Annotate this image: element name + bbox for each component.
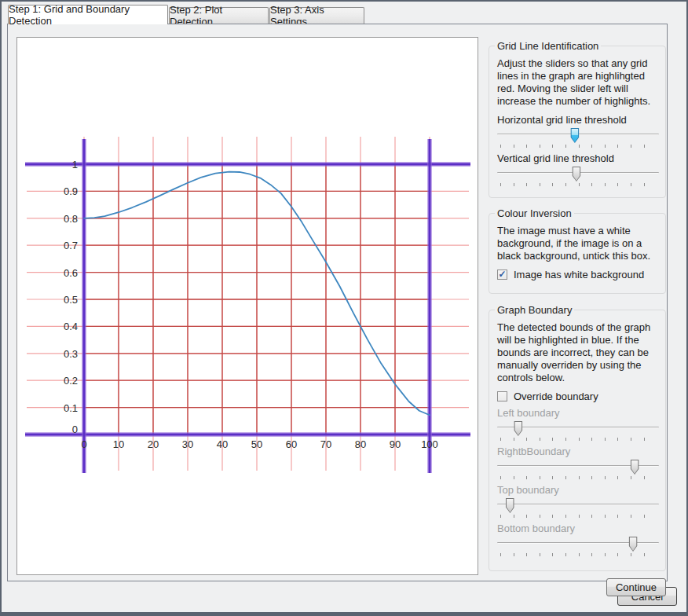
svg-text:0.8: 0.8 xyxy=(64,213,78,225)
svg-text:100: 100 xyxy=(421,438,438,450)
groupbox-colour-inversion: Colour Inversion The image must have a w… xyxy=(489,213,666,294)
svg-text:40: 40 xyxy=(217,438,228,450)
groupbox-grid-line-identification: Grid Line Identification Adjust the slid… xyxy=(489,46,666,198)
slider-ticks xyxy=(500,438,657,441)
svg-text:30: 30 xyxy=(182,438,193,450)
colour-inversion-description: The image must have a white background, … xyxy=(497,225,658,262)
slider-thumb[interactable] xyxy=(572,167,580,182)
slider-thumb[interactable] xyxy=(629,537,638,552)
right-boundary-label: RightbBoundary xyxy=(497,446,657,457)
tab-page-step1: 00.10.20.30.40.50.60.70.80.9101020304050… xyxy=(7,24,668,581)
white-background-checkbox[interactable]: ✓ xyxy=(497,270,507,280)
top-boundary-label: Top boundary xyxy=(497,484,657,496)
slider-thumb[interactable] xyxy=(631,460,639,475)
continue-button[interactable]: Continue xyxy=(606,578,666,596)
svg-text:0.6: 0.6 xyxy=(64,267,78,279)
svg-text:0: 0 xyxy=(72,424,78,435)
groupbox-title: Grid Line Identification xyxy=(495,40,601,52)
svg-text:50: 50 xyxy=(251,438,262,450)
checkbox-label: Image has white background xyxy=(514,269,644,280)
svg-text:0.3: 0.3 xyxy=(64,348,78,360)
graph-boundary-description: The detected bounds of the graph will be… xyxy=(497,321,658,384)
svg-text:0.1: 0.1 xyxy=(64,402,78,414)
svg-text:0.4: 0.4 xyxy=(64,321,78,332)
tab-step1-grid-boundary[interactable]: Step 1: Grid and Boundary Detection xyxy=(8,5,168,24)
horizontal-threshold-label: Horizontal grid line threshold xyxy=(497,114,657,126)
bottom-boundary-label: Bottom boundary xyxy=(497,522,657,534)
override-boundary-checkbox-row[interactable]: Override boundary xyxy=(497,390,657,402)
graph-canvas: 00.10.20.30.40.50.60.70.80.9101020304050… xyxy=(17,38,478,574)
vertical-threshold-slider[interactable] xyxy=(497,167,659,189)
slider-ticks xyxy=(500,183,657,186)
svg-text:20: 20 xyxy=(148,438,159,450)
checkbox-label: Override boundary xyxy=(514,390,598,402)
left-boundary-slider[interactable] xyxy=(497,421,659,443)
slider-thumb[interactable] xyxy=(570,128,579,143)
svg-text:60: 60 xyxy=(286,438,297,450)
override-boundary-checkbox[interactable] xyxy=(497,391,507,402)
vertical-threshold-label: Vertical grid line threshold xyxy=(497,152,657,164)
svg-text:70: 70 xyxy=(320,438,331,450)
window-body: Step 1: Grid and Boundary Detection Step… xyxy=(2,2,686,612)
slider-thumb[interactable] xyxy=(514,421,522,436)
graph-image-panel: 00.10.20.30.40.50.60.70.80.9101020304050… xyxy=(16,37,478,575)
slider-thumb[interactable] xyxy=(506,498,514,513)
horizontal-threshold-slider[interactable] xyxy=(497,128,659,150)
slider-ticks xyxy=(500,476,657,479)
tab-step3-axis-settings[interactable]: Step 3: Axis Settings xyxy=(269,7,364,24)
svg-text:10: 10 xyxy=(113,438,124,450)
slider-track[interactable] xyxy=(497,504,659,505)
slider-ticks xyxy=(500,553,657,556)
top-boundary-slider[interactable] xyxy=(497,498,659,520)
bottom-boundary-slider[interactable] xyxy=(497,537,659,559)
groupbox-title: Graph Boundary xyxy=(495,304,574,316)
tab-step2-plot-detection[interactable]: Step 2: Plot Detection xyxy=(169,7,269,24)
svg-text:80: 80 xyxy=(355,438,366,450)
svg-text:0.5: 0.5 xyxy=(64,294,78,306)
svg-text:90: 90 xyxy=(390,438,401,450)
controls-column: Grid Line Identification Adjust the slid… xyxy=(489,24,666,596)
svg-text:1: 1 xyxy=(72,159,78,170)
groupbox-graph-boundary: Graph Boundary The detected bounds of th… xyxy=(489,310,666,571)
white-background-checkbox-row[interactable]: ✓ Image has white background xyxy=(497,269,657,280)
svg-text:0.2: 0.2 xyxy=(64,375,78,387)
slider-ticks xyxy=(500,145,657,148)
left-boundary-label: Left boundary xyxy=(497,407,657,419)
right-boundary-slider[interactable] xyxy=(497,460,659,482)
svg-text:0.7: 0.7 xyxy=(64,240,78,251)
app-window: Step 1: Grid and Boundary Detection Step… xyxy=(0,0,688,616)
svg-text:0.9: 0.9 xyxy=(64,185,78,197)
groupbox-title: Colour Inversion xyxy=(495,207,574,219)
slider-ticks xyxy=(500,515,657,518)
svg-text:0: 0 xyxy=(81,438,86,450)
grid-line-description: Adjust the sliders so that any grid line… xyxy=(497,57,658,108)
tab-label: Step 1: Grid and Boundary Detection xyxy=(9,3,167,27)
